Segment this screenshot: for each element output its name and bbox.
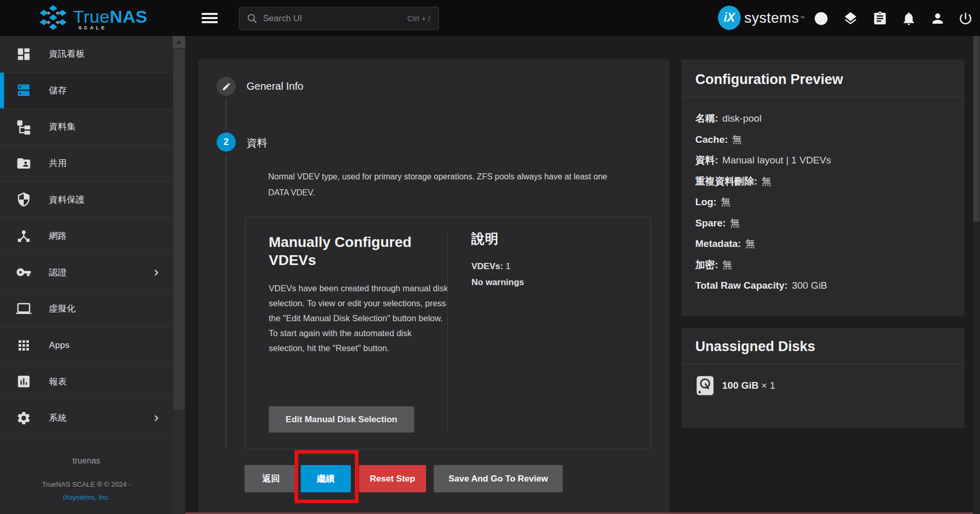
preview-row-capacity: Total Raw Capacity:300 GiB (695, 275, 951, 296)
page-scrollbar-thumb[interactable] (973, 36, 979, 222)
preview-row-log: Log:無 (695, 192, 951, 213)
sidebar-item-dashboard[interactable]: 資訊看板 (0, 36, 173, 73)
search-input[interactable] (263, 13, 407, 24)
configuration-preview-rows: 名稱:disk-pool Cache:無 資料:Manual layout | … (681, 97, 965, 296)
configuration-preview-panel: Configuration Preview 名稱:disk-pool Cache… (681, 59, 965, 316)
power-icon[interactable] (958, 11, 973, 26)
search-icon (247, 13, 258, 24)
step-data-circle[interactable]: 2 (217, 132, 236, 152)
pencil-icon (222, 82, 231, 91)
jobs-clipboard-icon[interactable] (872, 11, 888, 26)
preview-row-metadata: Metadata:無 (695, 234, 951, 255)
save-and-review-button[interactable]: Save And Go To Review (434, 465, 563, 492)
sidebar-item-datasets[interactable]: 資料集 (0, 109, 173, 145)
sidebar-scrollbar-thumb[interactable] (173, 49, 185, 410)
sidebar-scrollbar[interactable] (173, 36, 185, 514)
key-icon (16, 264, 31, 280)
sidebar-item-apps[interactable]: Apps (0, 327, 173, 364)
sidebar-item-storage[interactable]: 儲存 (0, 73, 173, 109)
preview-row-encryption: 加密:無 (695, 255, 951, 276)
alerts-bell-icon[interactable] (901, 11, 917, 26)
sidebar-item-virtualization[interactable]: 虛擬化 (0, 291, 173, 327)
back-button[interactable]: 返回 (244, 465, 298, 492)
configuration-preview-title: Configuration Preview (681, 59, 965, 97)
manual-vdev-card: Manually Configured VDEVs VDEVs have bee… (245, 217, 651, 450)
network-hub-icon (16, 228, 31, 244)
ixsystems-link[interactable]: iXsystems, Inc. (63, 493, 110, 501)
step-general-info-circle[interactable] (217, 77, 236, 96)
preview-row-data: 資料:Manual layout | 1 VDEVs (695, 150, 951, 171)
account-person-icon[interactable] (930, 11, 945, 26)
scrollbar-up-arrow-icon[interactable] (173, 36, 185, 48)
unassigned-disks-title: Unassigned Disks (681, 328, 965, 364)
sidebar-item-network[interactable]: 網路 (0, 218, 173, 255)
global-search[interactable]: Ctrl + / (239, 7, 439, 30)
preview-row-name: 名稱:disk-pool (695, 108, 951, 129)
step-connector-line (225, 155, 226, 449)
chevron-right-icon (151, 268, 161, 278)
truenas-logo-icon (37, 5, 69, 31)
feedback-smiley-icon[interactable] (813, 11, 829, 26)
sidebar-nav: 資訊看板 儲存 資料集 共用 資料保護 (0, 36, 173, 514)
truenas-app: TrueNAS SCALE Ctrl + / iX systems ™ (0, 0, 980, 514)
sidebar-item-data-protection[interactable]: 資料保護 (0, 181, 173, 218)
brand-edition: SCALE (78, 25, 107, 30)
step1-title[interactable]: General Info (247, 80, 303, 92)
chevron-right-icon (151, 413, 161, 423)
preview-row-spare: Spare:無 (695, 213, 951, 234)
manual-vdev-body-text: VDEVs have been created through manual d… (269, 281, 448, 356)
hostname-label: truenas (0, 456, 173, 466)
edit-manual-disk-selection-button[interactable]: Edit Manual Disk Selection (269, 406, 414, 433)
step-connector-line (225, 99, 226, 130)
ix-logo-icon: iX (718, 6, 741, 30)
page-scrollbar[interactable] (973, 36, 980, 514)
manual-vdev-title: Manually Configured VDEVs (269, 233, 449, 269)
help-title: 說明 (471, 230, 524, 248)
copyright-text: TrueNAS SCALE ® © 2024 - iXsystems, Inc. (0, 478, 173, 504)
vdev-count: VDEVs: 1 (471, 261, 524, 272)
disk-size-label: 100 GiB × 1 (722, 380, 775, 391)
brand-wordmark: TrueNAS (73, 7, 148, 27)
dashboard-icon (16, 46, 31, 62)
gear-icon (16, 410, 31, 426)
data-vdev-description: Normal VDEV type, used for primary stora… (268, 169, 624, 201)
storage-icon (16, 82, 31, 98)
unassigned-disks-panel: Unassigned Disks 100 GiB × 1 (681, 328, 965, 428)
top-bar: TrueNAS SCALE Ctrl + / iX systems ™ (0, 0, 980, 36)
search-shortcut-hint: Ctrl + / (407, 14, 430, 23)
sidebar-item-reports[interactable]: 報表 (0, 363, 173, 400)
sidebar-item-credentials[interactable]: 認證 (0, 255, 173, 291)
datasets-tree-icon (16, 119, 31, 135)
apps-grid-icon (16, 338, 31, 353)
bar-chart-icon (16, 374, 31, 389)
step2-title[interactable]: 資料 (247, 136, 267, 150)
folder-shared-icon (16, 156, 31, 171)
preview-row-cache: Cache:無 (695, 129, 951, 151)
preview-row-dedup: 重複資料刪除:無 (695, 171, 951, 192)
sidebar-item-system[interactable]: 系統 (0, 400, 173, 437)
annotation-highlight-box (295, 450, 358, 503)
unassigned-disk-row: 100 GiB × 1 (681, 364, 965, 396)
ixsystems-logo: iX systems ™ (718, 6, 805, 30)
column-divider (447, 232, 448, 435)
truecommand-layers-icon[interactable] (843, 11, 858, 26)
pool-wizard-card: General Info 2 資料 Normal VDEV type, used… (198, 59, 669, 514)
disk-icon (695, 375, 715, 396)
laptop-icon (16, 301, 31, 317)
reset-step-button[interactable]: Reset Step (359, 465, 426, 492)
menu-hamburger-icon[interactable] (202, 13, 218, 23)
manual-vdev-info: Manually Configured VDEVs VDEVs have bee… (269, 233, 449, 356)
sidebar-item-shares[interactable]: 共用 (0, 145, 173, 182)
warnings-status: No warnings (471, 277, 524, 288)
vdev-help-column: 說明 VDEVs: 1 No warnings (471, 230, 524, 288)
shield-icon (16, 192, 31, 207)
